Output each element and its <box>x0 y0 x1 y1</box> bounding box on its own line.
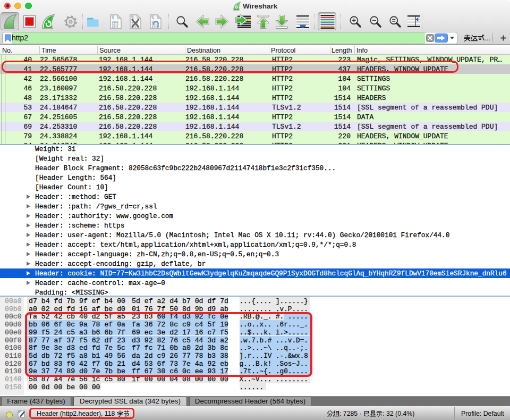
svg-text:0111: 0111 <box>112 26 118 29</box>
